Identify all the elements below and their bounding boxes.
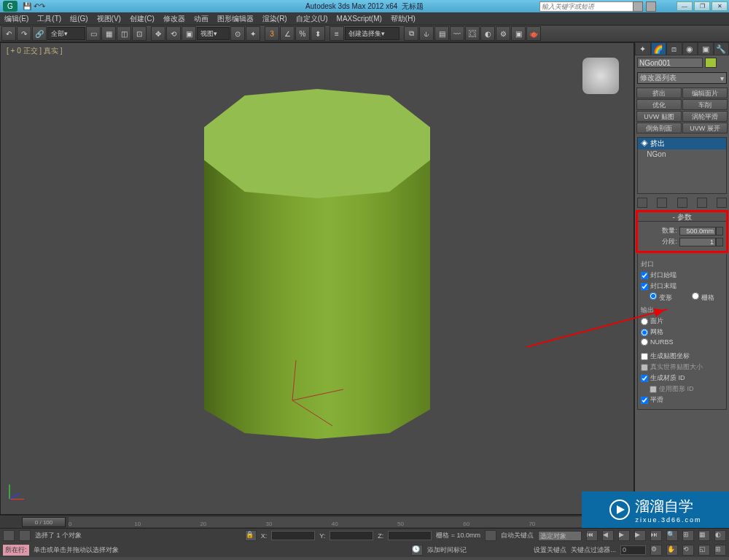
- mod-extrude-button[interactable]: 挤出: [636, 88, 682, 98]
- key-filter-combo[interactable]: 选定对象: [538, 531, 582, 541]
- render-frame-button[interactable]: ▣: [511, 26, 526, 41]
- object-name-input[interactable]: [637, 58, 703, 68]
- modifier-list-combo[interactable]: 修改器列表▾: [637, 72, 727, 84]
- maximize-button[interactable]: ❐: [694, 1, 710, 11]
- percent-snap[interactable]: %: [295, 26, 310, 41]
- zoom-all-icon[interactable]: ⊞: [682, 530, 694, 541]
- ref-coord-combo[interactable]: 视图 ▾: [197, 27, 230, 40]
- stack-showend-icon[interactable]: [657, 198, 667, 208]
- smooth-checkbox[interactable]: [641, 397, 648, 404]
- undo-button[interactable]: ↶: [1, 26, 16, 41]
- menu-modifiers[interactable]: 修改器: [159, 14, 190, 24]
- mesh-radio[interactable]: [641, 329, 648, 336]
- coord-x-input[interactable]: [271, 531, 315, 540]
- genmap-checkbox[interactable]: [641, 353, 648, 360]
- align-button[interactable]: ⫝: [419, 26, 434, 41]
- maximize-viewport-icon[interactable]: ◱: [698, 545, 710, 556]
- curve-editor-button[interactable]: 〰: [450, 26, 464, 41]
- menu-tools[interactable]: 工具(T): [33, 14, 66, 24]
- mod-bevelprofile-button[interactable]: 倒角剖面: [636, 122, 682, 133]
- zoom-icon[interactable]: 🔍: [666, 530, 678, 541]
- manip-button[interactable]: ✦: [246, 26, 260, 41]
- stack-config-icon[interactable]: [717, 198, 727, 208]
- tab-hierarchy-icon[interactable]: ⧈: [666, 42, 682, 55]
- infocenter-icon[interactable]: [633, 1, 643, 12]
- play-next-icon[interactable]: ⏭: [650, 530, 662, 541]
- close-button[interactable]: ✕: [712, 1, 728, 11]
- orbit-icon[interactable]: ⟲: [682, 545, 694, 556]
- scale-button[interactable]: ▣: [182, 26, 196, 41]
- script-listener-icon[interactable]: [3, 530, 15, 541]
- select-button[interactable]: ▭: [86, 26, 101, 41]
- viewport-grid-icon[interactable]: ⊞: [714, 545, 726, 556]
- setkey-button[interactable]: 设置关键点: [534, 545, 566, 555]
- menu-help[interactable]: 帮助(H): [386, 14, 420, 24]
- minimize-button[interactable]: —: [677, 1, 693, 11]
- realworld-checkbox[interactable]: [641, 364, 648, 371]
- pivot-button[interactable]: ⊙: [230, 26, 245, 41]
- add-time-tag[interactable]: 添加时间标记: [427, 545, 467, 555]
- mod-turbosmooth-button[interactable]: 涡轮平滑: [682, 111, 728, 122]
- quick-redo-icon[interactable]: ↷: [39, 2, 45, 10]
- nurbs-radio[interactable]: [641, 338, 648, 346]
- tab-modify-icon[interactable]: 🌈: [651, 42, 667, 55]
- link-button[interactable]: 🔗: [32, 26, 47, 41]
- menu-animation[interactable]: 动画: [190, 14, 213, 24]
- render-setup-button[interactable]: ⚙: [496, 26, 510, 41]
- named-sel-button[interactable]: ≡: [330, 26, 344, 41]
- play-stepfwd-icon[interactable]: ▶: [634, 530, 646, 541]
- quick-undo-icon[interactable]: ↶: [34, 2, 39, 10]
- play-prev-icon[interactable]: ⏮: [586, 530, 598, 541]
- mirror-button[interactable]: ⧉: [404, 26, 418, 41]
- tab-motion-icon[interactable]: ◉: [682, 42, 698, 55]
- viewcube-icon[interactable]: [582, 58, 619, 94]
- stack-pin-icon[interactable]: [637, 198, 647, 208]
- fov-icon[interactable]: ◐: [714, 530, 726, 541]
- snap-toggle[interactable]: 3: [265, 26, 279, 41]
- pan-icon[interactable]: ✋: [666, 545, 678, 556]
- play-stepback-icon[interactable]: ◀: [602, 530, 614, 541]
- select-name-button[interactable]: ▦: [101, 26, 116, 41]
- useshape-checkbox[interactable]: [650, 386, 657, 393]
- select-region-button[interactable]: ◫: [117, 26, 131, 41]
- coord-y-input[interactable]: [330, 531, 373, 540]
- amount-spinner[interactable]: [716, 227, 723, 236]
- menu-customize[interactable]: 自定义(U): [292, 14, 332, 24]
- tab-utilities-icon[interactable]: 🔧: [714, 42, 730, 55]
- frame-input[interactable]: [620, 545, 646, 555]
- menu-edit[interactable]: 编辑(E): [0, 14, 33, 24]
- window-crossing-button[interactable]: ⊡: [132, 26, 147, 41]
- schematic-button[interactable]: ⿴: [465, 26, 480, 41]
- stack-unique-icon[interactable]: [677, 198, 687, 208]
- stack-item-ngon[interactable]: NGon: [638, 149, 726, 159]
- time-slider-thumb[interactable]: 0 / 100: [22, 517, 66, 527]
- menu-view[interactable]: 视图(V): [93, 14, 125, 24]
- zoom-ext-icon[interactable]: ▦: [698, 530, 710, 541]
- stack-remove-icon[interactable]: [697, 198, 707, 208]
- angle-snap[interactable]: ∠: [280, 26, 295, 41]
- menu-graph[interactable]: 图形编辑器: [213, 14, 258, 24]
- genmat-checkbox[interactable]: [641, 375, 648, 382]
- cap-start-checkbox[interactable]: [641, 272, 648, 279]
- move-button[interactable]: ✥: [151, 26, 165, 41]
- named-sel-combo[interactable]: 创建选择集 ▾: [345, 27, 399, 40]
- mod-unwrap-button[interactable]: UVW 展开: [682, 122, 728, 133]
- rotate-button[interactable]: ⟲: [166, 26, 181, 41]
- segments-spinner[interactable]: [716, 238, 723, 246]
- cap-end-checkbox[interactable]: [641, 283, 648, 290]
- quick-save-icon[interactable]: 💾: [23, 2, 31, 10]
- redo-button[interactable]: ↷: [17, 26, 31, 41]
- play-button-icon[interactable]: ▶: [618, 530, 630, 541]
- render-button[interactable]: 🫖: [526, 26, 541, 41]
- tab-display-icon[interactable]: ▣: [698, 42, 714, 55]
- coord-z-input[interactable]: [388, 531, 432, 540]
- autokey-toggle-icon[interactable]: [485, 530, 496, 541]
- mod-optimize-button[interactable]: 优化: [636, 99, 682, 110]
- selection-filter-combo[interactable]: 全部 ▾: [47, 27, 85, 40]
- morph-radio[interactable]: [650, 292, 657, 300]
- rollout-header[interactable]: - 参数: [637, 211, 727, 222]
- autokey-button[interactable]: 自动关键点: [501, 531, 534, 540]
- lock-selection-icon[interactable]: 🔒: [245, 530, 257, 541]
- mod-uvwmap-button[interactable]: UVW 贴图: [636, 111, 682, 122]
- time-config-icon[interactable]: ⚙: [650, 545, 662, 556]
